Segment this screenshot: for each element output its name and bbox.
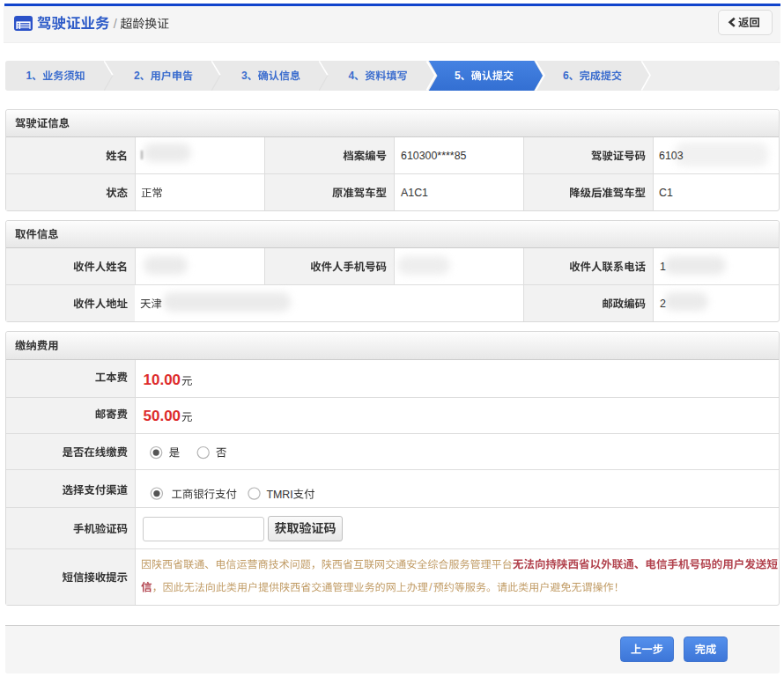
svg-text:1: 1 <box>660 261 666 273</box>
svg-text:/: / <box>429 581 433 593</box>
svg-text:610300****85: 610300****85 <box>401 150 467 162</box>
svg-text:2: 2 <box>660 298 666 310</box>
svg-text:A1C1: A1C1 <box>401 187 428 199</box>
svg-text:3: 3 <box>241 70 248 82</box>
svg-text:4: 4 <box>348 70 354 82</box>
svg-text:/: / <box>114 17 118 31</box>
svg-text:10.00: 10.00 <box>144 372 181 388</box>
svg-text:TMRI: TMRI <box>266 489 292 501</box>
svg-text:2: 2 <box>134 70 140 82</box>
svg-text:50.00: 50.00 <box>144 408 181 424</box>
svg-text:1: 1 <box>26 70 32 82</box>
svg-text:C1: C1 <box>659 187 673 199</box>
svg-text:6103: 6103 <box>659 150 684 162</box>
svg-text:6: 6 <box>563 70 569 82</box>
svg-text:5: 5 <box>455 70 461 82</box>
